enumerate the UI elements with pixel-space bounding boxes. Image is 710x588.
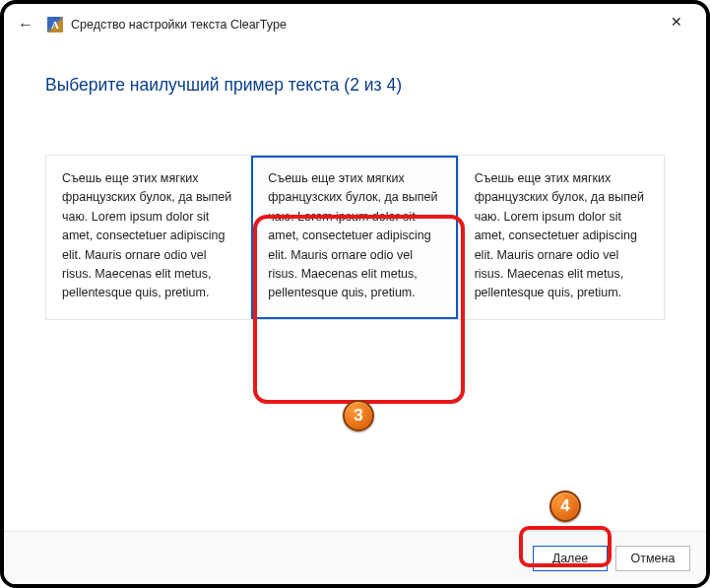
cancel-button[interactable]: Отмена bbox=[615, 546, 690, 571]
page-heading: Выберите наилучший пример текста (2 из 4… bbox=[45, 75, 665, 96]
text-sample-3[interactable]: Съешь еще этих мягких французских булок,… bbox=[458, 156, 664, 319]
footer-bar: Далее Отмена bbox=[4, 531, 706, 584]
close-button[interactable]: ✕ bbox=[655, 6, 698, 37]
text-samples: Съешь еще этих мягких французских булок,… bbox=[45, 155, 665, 320]
next-button[interactable]: Далее bbox=[533, 546, 608, 571]
next-label: Далее bbox=[552, 552, 589, 565]
sample-text: Съешь еще этих мягких французских булок,… bbox=[475, 171, 644, 299]
app-icon: A bbox=[47, 17, 63, 33]
titlebar: ← A Средство настройки текста ClearType … bbox=[4, 4, 706, 45]
back-icon: ← bbox=[18, 16, 33, 33]
text-sample-2[interactable]: Съешь еще этих мягких французских булок,… bbox=[251, 156, 457, 319]
text-sample-1[interactable]: Съешь еще этих мягких французских булок,… bbox=[45, 156, 251, 319]
close-icon: ✕ bbox=[671, 14, 682, 30]
window-title: Средство настройки текста ClearType bbox=[71, 18, 655, 32]
sample-text: Съешь еще этих мягких французских булок,… bbox=[62, 171, 231, 299]
content-area: Выберите наилучший пример текста (2 из 4… bbox=[4, 45, 706, 531]
sample-text: Съешь еще этих мягких французских булок,… bbox=[268, 171, 437, 299]
back-button[interactable]: ← bbox=[12, 11, 39, 38]
cancel-label: Отмена bbox=[631, 552, 676, 565]
